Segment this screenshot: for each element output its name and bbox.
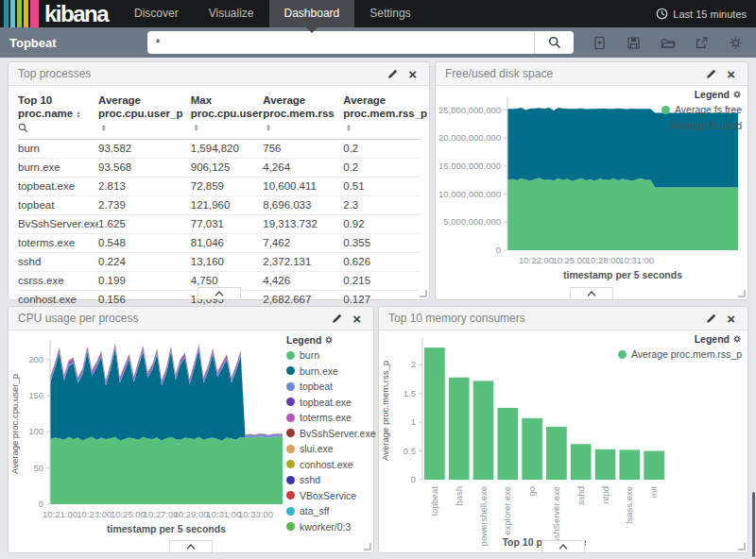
column-header-avg-mem-rss-p[interactable]: Average proc.mem.rss_p▲▼: [343, 88, 420, 140]
options-button[interactable]: [723, 31, 748, 54]
panel-top-processes: Top processes × Top 10 proc.name▲▼: [8, 61, 430, 300]
panel-collapse-button[interactable]: [169, 540, 213, 552]
panel-resize-handle[interactable]: [420, 290, 427, 297]
legend-item[interactable]: sshd: [286, 472, 320, 488]
column-header-avg-cpu-user-p[interactable]: Average proc.cpu.user_p▲▼: [98, 88, 191, 140]
search-icon: [548, 36, 561, 49]
column-header-proc-name[interactable]: Top 10 proc.name▲▼: [18, 88, 98, 140]
nav-tab-dashboard[interactable]: Dashboard: [269, 0, 355, 27]
legend-item[interactable]: slui.exe: [286, 441, 334, 457]
legend-label: Average fs.used: [670, 118, 742, 134]
column-filter-button[interactable]: [18, 123, 94, 136]
save-dashboard-button[interactable]: [621, 31, 646, 54]
sort-icon: ▲▼: [101, 124, 106, 131]
svg-text:15,000,000,000: 15,000,000,000: [438, 161, 501, 171]
legend-item[interactable]: topbeat: [286, 379, 333, 395]
load-dashboard-button[interactable]: [655, 31, 680, 54]
legend-item[interactable]: burn: [286, 347, 319, 364]
svg-text:topbeat: topbeat: [429, 486, 439, 517]
panel-collapse-button[interactable]: [198, 287, 241, 299]
table-cell: 10,600.411: [263, 178, 343, 196]
brand-name: kibana: [41, 0, 113, 27]
edit-panel-button[interactable]: [383, 68, 404, 79]
legend-label: burn: [300, 347, 319, 364]
svg-text:10:21:00: 10:21:00: [43, 509, 77, 519]
close-panel-button[interactable]: ×: [722, 312, 740, 326]
legend-item[interactable]: burn.exe: [286, 364, 338, 380]
legend-label: sshd: [300, 472, 320, 488]
table-cell: 7,462: [263, 234, 343, 253]
legend-item[interactable]: toterms.exe: [286, 410, 352, 426]
edit-panel-button[interactable]: [701, 68, 722, 79]
folder-open-icon: [661, 36, 676, 50]
share-dashboard-button[interactable]: [689, 31, 714, 54]
legend-label: topbeat.exe: [300, 395, 352, 411]
nav-tab-discover[interactable]: Discover: [119, 0, 194, 27]
legend-color-dot: [286, 398, 295, 406]
svg-text:100: 100: [28, 426, 43, 436]
edit-panel-button[interactable]: [701, 313, 722, 324]
panel-resize-handle[interactable]: [738, 290, 746, 297]
scrollbar-thumb[interactable]: [752, 492, 755, 557]
table-cell: 19,313.732: [263, 215, 343, 234]
kibana-logo[interactable]: kibana: [0, 0, 113, 27]
legend-color-dot: [618, 350, 627, 359]
legend-gear-icon[interactable]: [732, 90, 742, 99]
panel-collapse-button[interactable]: [570, 287, 613, 299]
legend-item[interactable]: kworker/0:3: [286, 519, 351, 535]
legend-item[interactable]: conhost.exe: [286, 457, 353, 473]
search-button[interactable]: [534, 31, 574, 54]
nav-tab-settings[interactable]: Settings: [354, 0, 425, 27]
svg-text:1: 1: [411, 416, 416, 427]
svg-text:1.5: 1.5: [404, 388, 416, 398]
table-cell: sshd: [18, 253, 98, 272]
column-header-avg-mem-rss[interactable]: Average proc.mem.rss▲▼: [263, 88, 343, 140]
legend-item[interactable]: Average fs.free: [662, 102, 742, 118]
legend-item[interactable]: Average fs.used: [657, 118, 742, 134]
legend-item[interactable]: Average proc.mem.rss_p: [618, 347, 742, 363]
time-picker-button[interactable]: Last 15 minutes: [656, 0, 756, 27]
panel-cpu-usage: CPU usage per process × 05010015020010:2…: [8, 306, 374, 553]
query-bar: Topbeat: [0, 27, 756, 58]
table-cell: 81,046: [191, 234, 264, 253]
share-icon: [695, 36, 709, 50]
legend-label: topbeat: [300, 379, 333, 395]
close-panel-button[interactable]: ×: [348, 312, 366, 326]
table-cell: 4,426: [263, 272, 343, 291]
cpu-area-chart: 05010015020010:21:0010:23:0010:25:0010:2…: [9, 330, 286, 542]
legend-gear-icon[interactable]: [324, 335, 334, 345]
panel-header: Free/used disk space ×: [436, 62, 747, 86]
legend-item[interactable]: ata_sff: [286, 503, 329, 519]
legend-item[interactable]: VBoxService: [286, 488, 356, 504]
time-picker-label: Last 15 minutes: [673, 8, 747, 20]
panel-collapse-button[interactable]: [541, 540, 585, 552]
svg-text:25,000,000,000: 25,000,000,000: [438, 105, 501, 115]
svg-text:lsass.exe: lsass.exe: [624, 486, 634, 524]
panel-resize-handle[interactable]: [364, 543, 371, 551]
legend-item[interactable]: BvSshServer.exe: [286, 426, 376, 442]
table-cell: 0.355: [343, 234, 420, 253]
query-input[interactable]: [147, 31, 534, 54]
close-panel-button[interactable]: ×: [722, 67, 740, 81]
legend-gear-icon[interactable]: [732, 334, 742, 344]
legend-item[interactable]: topbeat.exe: [286, 395, 352, 411]
table-row: topbeat2.739121,9608,696.0332.3: [18, 196, 420, 215]
table-cell: 13,160: [191, 253, 264, 272]
new-dashboard-button[interactable]: [587, 31, 612, 54]
dashboard-toolbar: [587, 31, 748, 54]
nav-tab-visualize[interactable]: Visualize: [194, 0, 269, 27]
gear-icon: [729, 36, 743, 50]
svg-text:10:22:00: 10:22:00: [519, 255, 554, 265]
close-panel-button[interactable]: ×: [404, 67, 421, 81]
pencil-icon: [706, 68, 717, 79]
svg-text:init: init: [648, 486, 659, 499]
table-cell: 93.582: [98, 140, 191, 159]
sort-icon: ▲▼: [194, 124, 198, 131]
table-cell: 0.2: [343, 140, 420, 159]
panel-resize-handle[interactable]: [738, 543, 746, 551]
edit-panel-button[interactable]: [327, 313, 348, 324]
legend-color-dot: [657, 121, 665, 129]
svg-text:10:31:00: 10:31:00: [619, 255, 654, 265]
panel-header: Top 10 memory consumers ×: [379, 307, 747, 330]
column-header-max-cpu-user[interactable]: Max proc.cpu.user▲▼: [191, 88, 264, 140]
